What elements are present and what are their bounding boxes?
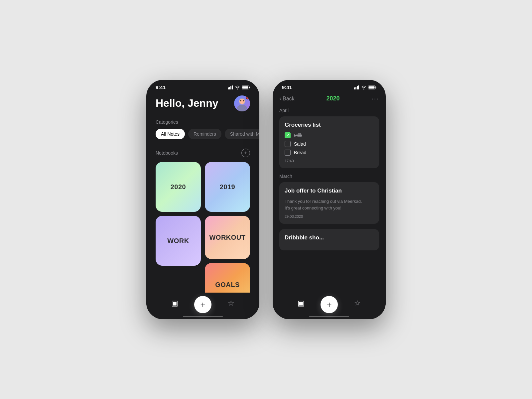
status-bar-1: 9:41 (146, 80, 259, 92)
avatar[interactable] (234, 95, 250, 111)
status-time-2: 9:41 (282, 84, 292, 90)
svg-rect-17 (376, 86, 376, 88)
category-shared[interactable]: Shared with Me (225, 129, 259, 139)
notebook-2019-label: 2019 (220, 183, 235, 191)
checklist-item-bread: Bread (285, 150, 374, 156)
favorites-tab-icon[interactable]: ☆ (228, 299, 234, 308)
month-march: March (279, 174, 379, 179)
notebooks-label: Notebooks (156, 150, 178, 156)
svg-point-11 (243, 100, 244, 101)
checklist-text-milk: Milk (294, 133, 302, 138)
nav-bar: ‹ Back 2020 ··· (273, 92, 386, 106)
svg-rect-5 (249, 86, 250, 88)
battery-icon-2 (368, 85, 376, 89)
phone1-content: Hello, Jenny (146, 92, 259, 319)
month-april: April (279, 108, 379, 113)
notebook-2020[interactable]: 2020 (156, 162, 201, 212)
notebook-2020-label: 2020 (171, 183, 186, 191)
notes-tab-icon-2[interactable]: ▣ (298, 299, 305, 308)
svg-rect-6 (242, 86, 248, 88)
status-icons-1 (228, 85, 250, 89)
battery-icon (242, 85, 250, 89)
favorites-tab-icon-2[interactable]: ☆ (354, 299, 361, 308)
note-dribbble-title: Dribbble sho... (285, 234, 374, 241)
home-indicator-1 (183, 316, 223, 317)
svg-point-10 (240, 100, 241, 101)
categories-row: All Notes Reminders Shared with Me (156, 129, 250, 139)
phone-1: 9:41 (146, 80, 259, 319)
signal-icon (228, 85, 233, 89)
checklist-item-milk: Milk (285, 132, 374, 138)
more-button[interactable]: ··· (371, 95, 379, 102)
notes-content: April Groceries list Milk Salad Bread (273, 106, 386, 319)
nav-title: 2020 (326, 95, 339, 102)
svg-rect-12 (354, 87, 355, 89)
svg-rect-15 (358, 85, 359, 89)
status-time-1: 9:41 (156, 84, 166, 90)
checklist-item-salad: Salad (285, 141, 374, 147)
note-job-offer[interactable]: Job offer to Christian Thank you for rea… (279, 182, 379, 224)
checkbox-salad[interactable] (285, 141, 291, 147)
wifi-icon-2 (361, 85, 366, 89)
notebooks-header: Notebooks + (156, 149, 250, 157)
status-bar-2: 9:41 (273, 80, 386, 92)
back-label: Back (283, 96, 295, 102)
notebook-goals-label: GOALS (215, 281, 240, 289)
note-groceries-time: 17:40 (285, 159, 374, 163)
svg-point-8 (237, 105, 247, 111)
checklist-text-salad: Salad (294, 141, 306, 147)
bottom-bar-1: ▣ + ☆ (146, 293, 259, 319)
home-indicator-2 (309, 316, 349, 317)
fab-button-1[interactable]: + (194, 296, 211, 313)
note-job-time: 29.03.2020 (285, 214, 374, 218)
category-reminders[interactable]: Reminders (188, 129, 221, 139)
svg-rect-13 (355, 87, 356, 89)
svg-rect-18 (369, 86, 375, 88)
back-button[interactable]: ‹ Back (279, 95, 295, 102)
notebook-workout[interactable]: WORKOUT (205, 216, 250, 259)
notebook-workout-label: WORKOUT (209, 234, 245, 241)
checkbox-milk[interactable] (285, 132, 291, 138)
svg-rect-14 (357, 86, 358, 89)
note-job-body: Thank you for reaching out via Meerkad.I… (285, 198, 374, 211)
svg-point-9 (239, 99, 245, 104)
greeting-text: Hello, Jenny (156, 97, 218, 109)
phone-2: 9:41 (273, 80, 386, 319)
svg-rect-1 (229, 87, 230, 89)
chevron-left-icon: ‹ (279, 95, 281, 102)
greeting-row: Hello, Jenny (156, 95, 250, 111)
add-notebook-button[interactable]: + (241, 149, 250, 157)
bottom-bar-2: ▣ + ☆ (273, 293, 386, 319)
notebook-work-label: WORK (167, 237, 189, 245)
note-groceries[interactable]: Groceries list Milk Salad Bread 17:40 (279, 116, 379, 168)
categories-label: Categories (156, 119, 250, 125)
notes-tab-icon[interactable]: ▣ (171, 299, 178, 308)
category-all-notes[interactable]: All Notes (156, 129, 185, 139)
note-dribbble[interactable]: Dribbble sho... (279, 229, 379, 250)
notebook-work[interactable]: WORK (156, 216, 201, 266)
signal-icon-2 (354, 85, 359, 89)
fab-button-2[interactable]: + (321, 296, 338, 313)
svg-rect-3 (232, 85, 233, 89)
svg-rect-0 (228, 87, 229, 89)
checkbox-bread[interactable] (285, 150, 291, 156)
avatar-badge (246, 96, 249, 99)
note-groceries-title: Groceries list (285, 122, 374, 128)
note-job-title: Job offer to Christian (285, 188, 374, 194)
wifi-icon (235, 85, 240, 89)
svg-rect-2 (230, 86, 231, 89)
checklist-text-bread: Bread (294, 150, 306, 155)
notebook-2019[interactable]: 2019 (205, 162, 250, 212)
phones-container: 9:41 (126, 60, 406, 339)
status-icons-2 (354, 85, 376, 89)
